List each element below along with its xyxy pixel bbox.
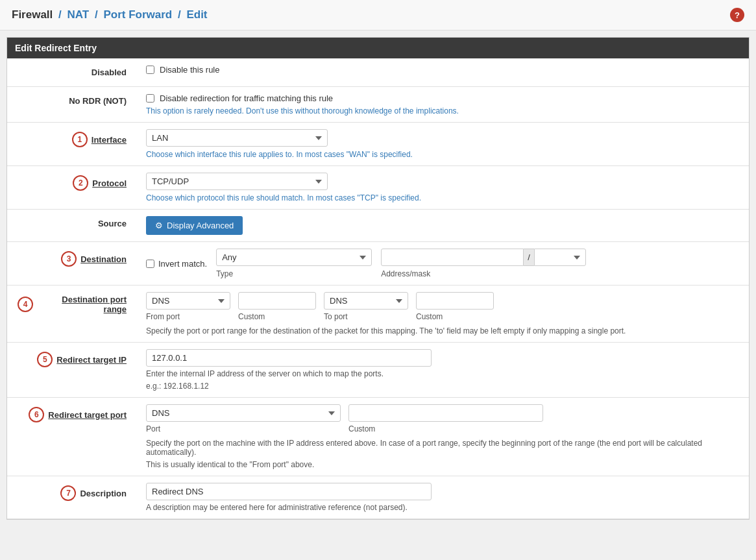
description-hint: A description may be entered here for ad… <box>146 503 740 512</box>
destination-port-hint: Specify the port or port range for the d… <box>146 326 740 335</box>
breadcrumb: Firewall / NAT / Port Forward / Edit ? <box>0 0 756 30</box>
breadcrumb-nat[interactable]: NAT <box>67 8 90 21</box>
to-port-label: To port <box>324 312 408 321</box>
redirect-port-custom-input[interactable] <box>348 404 543 422</box>
protocol-label-cell: 2 Protocol <box>7 166 137 210</box>
from-port-custom[interactable] <box>238 292 316 310</box>
disabled-label: Disabled <box>7 58 137 87</box>
no-rdr-checkbox[interactable] <box>146 94 154 103</box>
source-row: Source ⚙ Display Advanced <box>7 210 749 242</box>
source-content: ⚙ Display Advanced <box>137 210 749 242</box>
no-rdr-checkbox-label: Disable redirection for traffic matching… <box>160 93 333 103</box>
gear-icon: ⚙ <box>155 221 163 230</box>
source-label: Source <box>7 210 137 242</box>
from-custom-label: Custom <box>238 312 316 321</box>
breadcrumb-portforward[interactable]: Port Forward <box>103 8 172 21</box>
destination-port-label-cell: 4 Destination port range <box>7 286 137 343</box>
invert-match-checkbox[interactable] <box>146 260 154 268</box>
main-container: Edit Redirect Entry Disabled Disable thi… <box>6 37 750 520</box>
redirect-target-ip-input[interactable] <box>146 349 432 367</box>
redirect-target-ip-label[interactable]: Redirect target IP <box>56 355 127 365</box>
description-content: A description may be entered here for ad… <box>137 476 749 519</box>
destination-port-content: DNS HTTP HTTPS Custom From port Custom <box>137 286 749 343</box>
interface-label-cell: 1 Interface <box>7 123 137 166</box>
destination-type-label: Type <box>216 269 372 278</box>
destination-address-input[interactable] <box>381 249 524 266</box>
no-rdr-content: Disable redirection for traffic matching… <box>137 87 749 123</box>
protocol-row: 2 Protocol TCP/UDP TCP UDP ICMP Choose w… <box>7 166 749 210</box>
redirect-target-ip-hint: Enter the internal IP address of the ser… <box>146 369 740 378</box>
destination-mask-select[interactable]: 8 16 24 32 <box>534 249 586 266</box>
redirect-target-port-content: DNS HTTP HTTPS Custom Port Custom Specif… <box>137 398 749 476</box>
destination-addr-label: Address/mask <box>381 269 586 278</box>
invert-match-label: Invert match. <box>158 259 207 269</box>
redirect-port-hint2: This is usually identical to the "From p… <box>146 460 740 469</box>
interface-hint: Choose which interface this rule applies… <box>146 150 740 159</box>
redirect-target-ip-content: Enter the internal IP address of the ser… <box>137 343 749 398</box>
to-port-select[interactable]: DNS HTTP HTTPS Custom <box>324 292 408 310</box>
destination-type-select[interactable]: Any Single host or alias Network This Fi… <box>216 249 372 266</box>
slash-separator: / <box>524 249 534 266</box>
help-icon[interactable]: ? <box>730 8 744 22</box>
description-step: 7 <box>60 485 76 501</box>
disabled-row: Disabled Disable this rule <box>7 58 749 87</box>
protocol-content: TCP/UDP TCP UDP ICMP Choose which protoc… <box>137 166 749 210</box>
destination-row: 3 Destination Invert match. Any Single h… <box>7 242 749 286</box>
breadcrumb-sep3: / <box>178 8 181 21</box>
no-rdr-hint: This option is rarely needed. Don't use … <box>146 106 740 116</box>
interface-label[interactable]: Interface <box>91 135 127 145</box>
redirect-target-port-step: 6 <box>29 407 44 422</box>
from-port-select[interactable]: DNS HTTP HTTPS Custom <box>146 292 230 310</box>
redirect-target-port-label[interactable]: Redirect target port <box>48 410 127 420</box>
destination-port-label[interactable]: Destination port range <box>37 295 127 314</box>
display-advanced-button[interactable]: ⚙ Display Advanced <box>146 216 243 235</box>
description-row: 7 Description A description may be enter… <box>7 476 749 519</box>
disabled-checkbox[interactable] <box>146 66 154 74</box>
to-port-custom[interactable] <box>416 292 494 310</box>
disabled-content: Disable this rule <box>137 58 749 87</box>
destination-content: Invert match. Any Single host or alias N… <box>137 242 749 286</box>
to-custom-label: Custom <box>416 312 494 321</box>
redirect-custom-label: Custom <box>348 424 543 433</box>
breadcrumb-part1: Firewall <box>12 8 53 21</box>
redirect-target-ip-row: 5 Redirect target IP Enter the internal … <box>7 343 749 398</box>
from-port-label: From port <box>146 312 230 321</box>
section-header: Edit Redirect Entry <box>7 38 749 58</box>
protocol-label[interactable]: Protocol <box>92 178 127 188</box>
interface-row: 1 Interface LAN WAN OPT1 Choose which in… <box>7 123 749 166</box>
redirect-port-select[interactable]: DNS HTTP HTTPS Custom <box>146 404 341 422</box>
destination-port-range-row: 4 Destination port range DNS HTTP HTTPS … <box>7 286 749 343</box>
redirect-port-label: Port <box>146 424 341 433</box>
section-title: Edit Redirect Entry <box>15 43 97 53</box>
description-label: Description <box>80 489 127 498</box>
description-label-cell: 7 Description <box>7 476 137 519</box>
destination-label-cell: 3 Destination <box>7 242 137 286</box>
breadcrumb-edit[interactable]: Edit <box>186 8 207 21</box>
redirect-target-port-label-cell: 6 Redirect target port <box>7 398 137 476</box>
description-input[interactable] <box>146 483 432 500</box>
interface-select[interactable]: LAN WAN OPT1 <box>146 129 328 147</box>
form-table: Disabled Disable this rule No RDR (NOT) … <box>7 58 749 519</box>
destination-label[interactable]: Destination <box>80 254 127 264</box>
protocol-hint: Choose which protocol this rule should m… <box>146 193 740 202</box>
redirect-target-port-row: 6 Redirect target port DNS HTTP HTTPS Cu… <box>7 398 749 476</box>
protocol-step: 2 <box>73 175 88 191</box>
interface-content: LAN WAN OPT1 Choose which interface this… <box>137 123 749 166</box>
destination-step: 3 <box>61 251 77 267</box>
redirect-target-ip-example: e.g.: 192.168.1.12 <box>146 382 740 391</box>
no-rdr-label: No RDR (NOT) <box>7 87 137 123</box>
disabled-checkbox-label: Disable this rule <box>160 65 220 75</box>
redirect-port-hint1: Specify the port on the machine with the… <box>146 439 740 457</box>
interface-step: 1 <box>72 132 88 147</box>
no-rdr-row: No RDR (NOT) Disable redirection for tra… <box>7 87 749 123</box>
destination-port-step: 4 <box>18 297 33 312</box>
breadcrumb-sep2: / <box>95 8 98 21</box>
redirect-target-ip-label-cell: 5 Redirect target IP <box>7 343 137 398</box>
redirect-target-ip-step: 5 <box>37 352 53 367</box>
protocol-select[interactable]: TCP/UDP TCP UDP ICMP <box>146 173 328 190</box>
breadcrumb-sep1: / <box>58 8 62 21</box>
